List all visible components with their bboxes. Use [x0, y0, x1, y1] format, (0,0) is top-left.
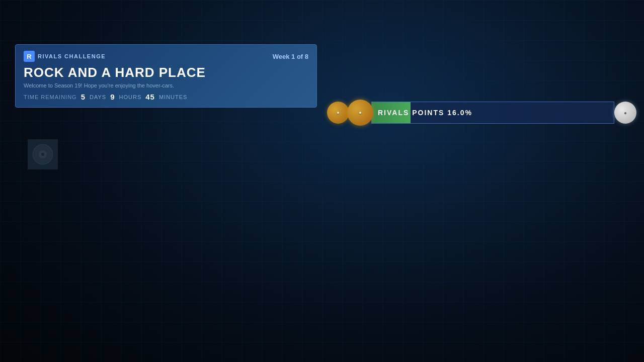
- svg-point-3: [41, 153, 44, 156]
- rivals-challenge-header: R RIVALS CHALLENGE Week 1 of 8: [24, 51, 308, 62]
- time-remaining-label: TIME REMAINING: [24, 94, 77, 100]
- rivals-challenge-label: RIVALS CHALLENGE: [38, 53, 106, 59]
- progress-bar-text: RIVALS POINTS 16.0%: [372, 102, 614, 123]
- days-value: 5: [81, 93, 86, 101]
- r-icon: R: [24, 51, 35, 62]
- minutes-unit: minutes: [159, 94, 188, 100]
- coin-right: ●: [614, 102, 636, 124]
- hours-value: 9: [110, 93, 115, 101]
- rivals-challenge-card: R RIVALS CHALLENGE Week 1 of 8 ROCK AND …: [15, 44, 317, 108]
- time-remaining: TIME REMAINING 5 days 9 hours 45 minutes: [24, 93, 308, 101]
- minutes-value: 45: [145, 93, 155, 101]
- hours-unit: hours: [119, 94, 142, 100]
- challenge-subtitle: Welcome to Season 19! Hope you're enjoyi…: [24, 82, 308, 88]
- week-indicator: Week 1 of 8: [273, 53, 308, 60]
- main-container: ROCK BAND RIVALS HUB R RIVALS CHALLENGE …: [0, 0, 644, 362]
- rivals-badge: R RIVALS CHALLENGE: [24, 51, 106, 62]
- progress-bar-track: RIVALS POINTS 16.0%: [371, 102, 614, 124]
- days-unit: days: [90, 94, 106, 100]
- songs-thumbnail: [23, 134, 63, 174]
- coin-center: ●: [347, 100, 373, 126]
- challenge-title: ROCK AND A HARD PLACE: [24, 65, 308, 80]
- coin-left: ●: [327, 102, 349, 124]
- progress-bar-container: ● ● RIVALS POINTS 16.0% ●: [327, 102, 636, 124]
